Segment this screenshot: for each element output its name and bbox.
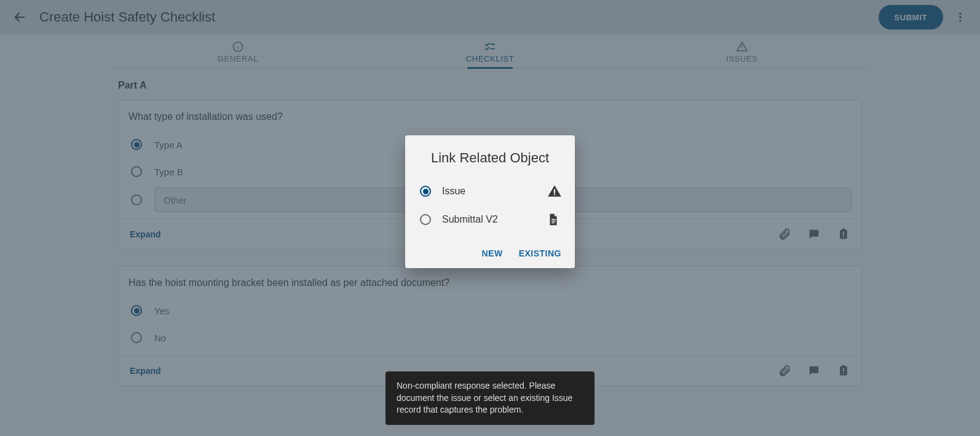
dialog-option-issue[interactable]: Issue [416, 177, 564, 205]
dialog-option-submittal[interactable]: Submittal V2 [416, 205, 564, 234]
radio-icon [420, 214, 431, 225]
radio-icon [420, 186, 431, 197]
svg-rect-19 [554, 189, 555, 194]
dialog-new-button[interactable]: NEW [481, 248, 502, 258]
warning-icon [547, 183, 563, 199]
document-icon [547, 212, 563, 228]
svg-rect-21 [551, 219, 555, 220]
toast-message: Non-compliant response selected. Please … [385, 371, 595, 425]
svg-rect-22 [551, 221, 555, 221]
dialog-option-label: Submittal V2 [442, 214, 547, 225]
dialog-existing-button[interactable]: EXISTING [519, 248, 561, 258]
link-related-object-dialog: Link Related Object Issue Submittal V2 N… [405, 135, 575, 268]
dialog-option-label: Issue [442, 186, 547, 197]
svg-rect-23 [551, 223, 555, 223]
dialog-title: Link Related Object [416, 150, 564, 166]
svg-rect-20 [554, 194, 555, 195]
modal-overlay[interactable]: Link Related Object Issue Submittal V2 N… [0, 0, 980, 436]
